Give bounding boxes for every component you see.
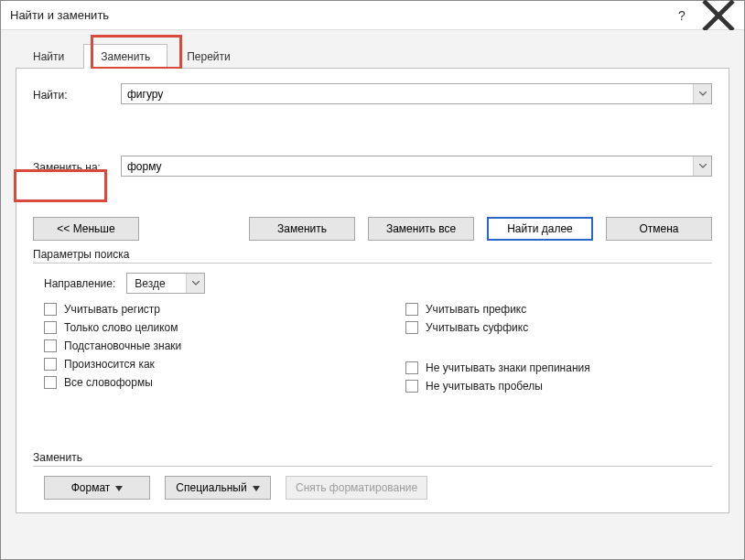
replace-row: Заменить на: — [33, 156, 712, 177]
titlebar: Найти и заменить ? — [1, 1, 744, 30]
options-right-col: Учитывать префикс Учитывать суффикс Не у… — [387, 303, 712, 393]
less-button[interactable]: << Меньше — [33, 217, 139, 241]
word-forms-checkbox[interactable]: Все словоформы — [44, 376, 351, 389]
replace-combo — [121, 156, 712, 177]
no-formatting-button: Снять форматирование — [286, 476, 427, 500]
tab-content: Найти: Заменить на: — [16, 69, 729, 513]
help-button[interactable]: ? — [664, 5, 700, 27]
replace-section-title: Заменить — [33, 451, 712, 464]
find-replace-dialog: Найти и заменить ? Найти Заменить Перейт… — [0, 0, 745, 560]
special-button[interactable]: Специальный — [165, 476, 271, 500]
direction-row: Направление: Везде — [33, 273, 712, 294]
search-options: Учитывать регистр Только слово целиком П… — [33, 303, 712, 393]
svg-marker-2 — [115, 486, 123, 491]
close-button[interactable] — [700, 5, 737, 27]
format-buttons: Формат Специальный Снять форматирование — [33, 476, 712, 500]
search-options-title: Параметры поиска — [33, 248, 712, 261]
tab-find[interactable]: Найти — [16, 44, 81, 69]
find-dropdown-button[interactable] — [693, 84, 711, 103]
direction-value: Везде — [127, 277, 186, 290]
ignore-space-checkbox[interactable]: Не учитывать пробелы — [405, 380, 712, 393]
checkbox-icon — [44, 376, 57, 389]
ignore-punct-checkbox[interactable]: Не учитывать знаки препинания — [405, 361, 712, 374]
format-button[interactable]: Формат — [44, 476, 150, 500]
sounds-like-checkbox[interactable]: Произносится как — [44, 358, 351, 371]
find-next-button[interactable]: Найти далее — [487, 217, 593, 241]
find-combo — [121, 83, 712, 104]
find-label: Найти: — [33, 87, 121, 102]
replace-format-section: Заменить Формат Специальный Снять формат… — [33, 451, 712, 500]
replace-label: Заменить на: — [33, 159, 121, 174]
dialog-body: Найти Заменить Перейти Найти: Заменить н… — [1, 30, 744, 559]
svg-marker-3 — [253, 486, 260, 491]
window-title: Найти и заменить — [10, 8, 664, 22]
prefix-checkbox[interactable]: Учитывать префикс — [405, 303, 712, 316]
wildcards-checkbox[interactable]: Подстановочные знаки — [44, 339, 351, 352]
suffix-checkbox[interactable]: Учитывать суффикс — [405, 321, 712, 334]
cancel-button[interactable]: Отмена — [606, 217, 712, 241]
replace-button[interactable]: Заменить — [249, 217, 355, 241]
direction-label: Направление: — [44, 277, 115, 290]
checkbox-icon — [405, 380, 418, 393]
dropdown-triangle-icon — [115, 481, 123, 494]
action-buttons: << Меньше Заменить Заменить все Найти да… — [33, 217, 712, 241]
tab-goto[interactable]: Перейти — [169, 44, 248, 69]
checkbox-icon — [44, 321, 57, 334]
replace-section-divider — [33, 466, 712, 467]
checkbox-icon — [44, 358, 57, 371]
checkbox-icon — [44, 303, 57, 316]
replace-all-button[interactable]: Заменить все — [368, 217, 474, 241]
search-options-divider — [33, 263, 712, 264]
dropdown-triangle-icon — [253, 481, 260, 494]
direction-select[interactable]: Везде — [126, 273, 205, 294]
checkbox-icon — [405, 321, 418, 334]
options-left-col: Учитывать регистр Только слово целиком П… — [44, 303, 351, 393]
tab-replace[interactable]: Заменить — [83, 44, 167, 69]
find-input[interactable] — [122, 84, 693, 103]
match-case-checkbox[interactable]: Учитывать регистр — [44, 303, 351, 316]
replace-input[interactable] — [122, 156, 693, 176]
checkbox-icon — [44, 339, 57, 352]
checkbox-icon — [405, 303, 418, 316]
whole-word-checkbox[interactable]: Только слово целиком — [44, 321, 351, 334]
direction-dropdown-button[interactable] — [186, 274, 204, 293]
find-row: Найти: — [33, 83, 712, 104]
checkbox-icon — [405, 361, 418, 374]
replace-dropdown-button[interactable] — [693, 156, 711, 176]
tab-strip: Найти Заменить Перейти — [16, 36, 729, 69]
